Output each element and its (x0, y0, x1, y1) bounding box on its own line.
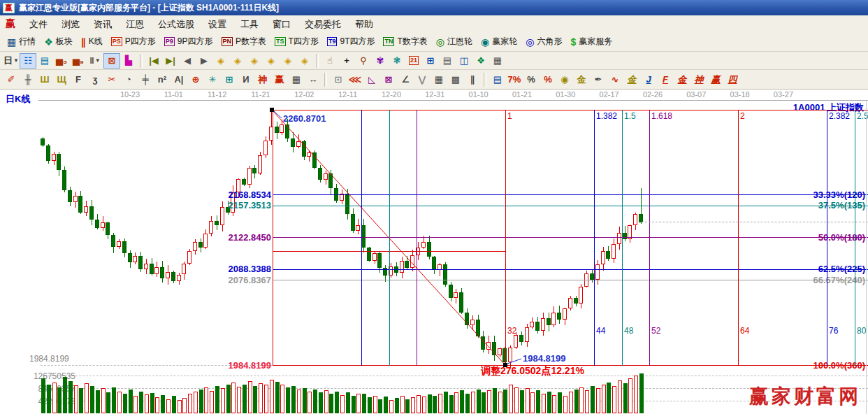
date-axis-line (38, 100, 868, 101)
menu-item-9[interactable]: 帮助 (348, 17, 380, 31)
win-tool-icon[interactable]: 赢 (272, 73, 287, 87)
shen-tool-icon[interactable]: 神 (255, 73, 270, 87)
compress-v-button[interactable]: ◈ (280, 54, 296, 68)
hexagon-button[interactable]: ◎六角形 (523, 34, 565, 49)
winner-wheel-button[interactable]: ◉赢家轮 (478, 34, 520, 49)
menu-item-8[interactable]: 交易委托 (298, 17, 348, 31)
grid-ruler-icon[interactable]: ▦ (289, 73, 304, 87)
angle-icon[interactable]: ∠ (398, 73, 413, 87)
four-angle-icon[interactable]: 四 (725, 73, 740, 87)
parallel-icon[interactable]: ∥ (465, 73, 480, 87)
volume-bar (509, 385, 513, 413)
nine-p-square-button[interactable]: P99P四方形 (161, 34, 216, 49)
grid2-icon[interactable]: ▩ (448, 73, 463, 87)
menu-item-3[interactable]: 江恩 (119, 17, 151, 31)
bars-3-icon[interactable]: ▅₃ (54, 54, 69, 68)
kline-button[interactable]: ∥K线 (78, 34, 106, 49)
gold-gate-icon[interactable]: Ш (37, 73, 52, 87)
menu-item-2[interactable]: 资讯 (87, 17, 119, 31)
crosshair-tool-icon[interactable]: + (339, 54, 354, 68)
clock-icon[interactable]: ◔ (121, 73, 136, 87)
bars-9-icon[interactable]: ▅₉ (71, 54, 86, 68)
web-tool-icon[interactable]: ❃ (389, 54, 405, 68)
menu-item-0[interactable]: 文件 (22, 17, 55, 31)
mirror-icon[interactable]: A| (171, 73, 187, 87)
scroll-left-button[interactable]: ◈ (213, 54, 229, 68)
ruler2-icon[interactable]: ╪ (138, 73, 153, 87)
period-selector[interactable]: 日▼ (3, 54, 19, 68)
box-tool-icon[interactable]: ⊡ (331, 73, 346, 87)
seven-pct-icon[interactable]: 7% (507, 73, 522, 87)
percent-icon[interactable]: % (523, 73, 539, 87)
histogram-icon[interactable]: ▙ (121, 54, 136, 68)
level-percent-label: 37.5%(135) (818, 200, 865, 210)
save-icon[interactable]: ◫ (456, 54, 472, 68)
prev-button[interactable]: ◀ (180, 54, 195, 68)
menu-item-1[interactable]: 浏览 (55, 17, 87, 31)
f-ruler-icon[interactable]: F (71, 73, 86, 87)
level-list-icon[interactable]: ▤ (490, 73, 505, 87)
volume-bar (68, 381, 73, 413)
shen-angle-icon[interactable]: 神 (691, 73, 707, 87)
grid1-icon[interactable]: ▦ (431, 73, 447, 87)
t-square-button[interactable]: TST四方形 (272, 34, 321, 49)
gann-web-icon[interactable]: ✳ (205, 73, 220, 87)
fan-box-icon[interactable]: ◺ (364, 73, 379, 87)
menu-item-7[interactable]: 窗口 (266, 17, 298, 31)
wave-v-icon[interactable]: ⋁ (414, 73, 430, 87)
flower-tool-icon[interactable]: ✾ (372, 54, 388, 68)
document-view-icon[interactable]: ▤ (37, 54, 52, 68)
gold-angle2-icon[interactable]: 金 (674, 73, 690, 87)
winner-service-button[interactable]: $赢家服务 (567, 34, 615, 49)
cycle-ratio-label: 1 (507, 111, 512, 121)
t-number-table-button[interactable]: TNT数字表 (380, 34, 430, 49)
gold-lines-icon[interactable]: 金 (574, 73, 589, 87)
expand-all-button[interactable]: ◈ (297, 54, 312, 68)
nine-t-square-button[interactable]: T99T四方形 (324, 34, 378, 49)
sectors-button[interactable]: ❖板块 (41, 34, 75, 49)
win-angle-icon[interactable]: 赢 (708, 73, 723, 87)
network-view-icon[interactable]: ☷ (20, 54, 36, 68)
n-square-icon[interactable]: n² (154, 73, 170, 87)
hand-tool-icon[interactable]: ☝ (322, 54, 338, 68)
zoom-in-h-button[interactable]: ◈ (263, 54, 279, 68)
print-icon[interactable]: ▦ (490, 54, 505, 68)
grid-box-icon[interactable]: ⊠ (381, 73, 396, 87)
next-button[interactable]: ▶ (196, 54, 212, 68)
gold-circle-icon[interactable]: ◉ (557, 73, 572, 87)
wave-mark-icon[interactable]: И (238, 73, 254, 87)
p-square-button[interactable]: PSP四方形 (108, 34, 159, 49)
chart-mode-icon[interactable]: ⊠ (104, 54, 120, 68)
p-number-table-button[interactable]: PNP数字表 (219, 34, 270, 49)
j-angle-icon[interactable]: J (641, 73, 656, 87)
network-icon[interactable]: ❖ (473, 54, 489, 68)
menu-item-4[interactable]: 公式选股 (151, 17, 201, 31)
draw-pen-icon[interactable]: ✐ (3, 73, 19, 87)
calendar-icon[interactable]: 21 (406, 54, 421, 68)
h-arrow-icon[interactable]: ↔ (305, 73, 321, 87)
spiral-icon[interactable]: ʒ (87, 73, 103, 87)
cut-tool-icon[interactable]: ✂ (104, 73, 120, 87)
fan-lines-icon[interactable]: ⋘ (347, 73, 363, 87)
marker-pen-icon[interactable]: ✒ (591, 73, 606, 87)
candle-style-selector[interactable]: ‖▼ (87, 54, 103, 68)
scroll-right-button[interactable]: ◈ (230, 54, 245, 68)
wave-lines-icon[interactable]: ∿ (607, 73, 623, 87)
gann-grid-icon[interactable]: ⊞ (222, 73, 237, 87)
magnifier-icon[interactable]: ⚲ (356, 54, 371, 68)
notes-icon[interactable]: ▤ (440, 54, 455, 68)
gann-wheel-button[interactable]: ◎江恩轮 (433, 34, 475, 49)
zoom-out-h-button[interactable]: ◈ (247, 54, 262, 68)
gann-circle-icon[interactable]: ⊕ (188, 73, 203, 87)
menu-item-6[interactable]: 工具 (233, 17, 266, 31)
menu-item-5[interactable]: 设置 (201, 17, 233, 31)
gold-gate2-icon[interactable]: Щ (54, 73, 69, 87)
f-angle-icon[interactable]: F (658, 73, 673, 87)
percent-red-icon[interactable]: % (540, 73, 556, 87)
first-page-button[interactable]: |◀ (146, 54, 161, 68)
last-page-button[interactable]: ▶| (163, 54, 178, 68)
gann-ruler-icon[interactable]: ╫ (20, 73, 36, 87)
quotes-button[interactable]: ▦行情 (4, 34, 38, 49)
gold-angle-icon[interactable]: 金 (624, 73, 639, 87)
calculator-icon[interactable]: ⊞ (423, 54, 438, 68)
